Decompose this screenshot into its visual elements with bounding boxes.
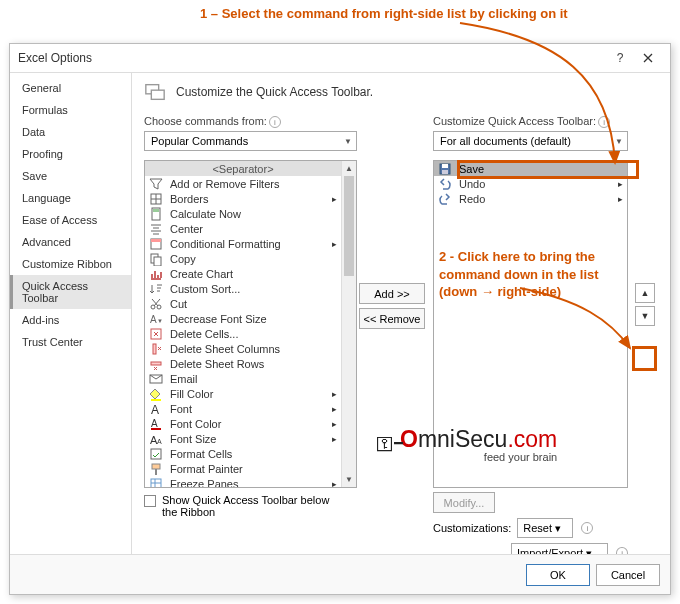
list-item[interactable]: Calculate Now <box>145 206 341 221</box>
list-item[interactable]: Center <box>145 221 341 236</box>
del-cols-icon <box>148 342 164 356</box>
save-icon <box>437 162 453 176</box>
list-item-label: Add or Remove Filters <box>170 178 338 190</box>
list-item-label: Copy <box>170 253 338 265</box>
list-item[interactable]: Add or Remove Filters <box>145 176 341 191</box>
list-item[interactable]: Fill Color▸ <box>145 386 341 401</box>
list-item[interactable]: Delete Sheet Rows <box>145 356 341 371</box>
modify-button[interactable]: Modify... <box>433 492 495 513</box>
submenu-indicator: ▸ <box>616 194 624 204</box>
sidebar-item-data[interactable]: Data <box>10 121 131 143</box>
list-item[interactable]: AFont Color▸ <box>145 416 341 431</box>
sidebar-item-trust-center[interactable]: Trust Center <box>10 331 131 353</box>
svg-rect-25 <box>155 469 157 475</box>
list-item-label: Delete Cells... <box>170 328 338 340</box>
move-down-button[interactable]: ▼ <box>635 306 655 326</box>
list-item-label: Custom Sort... <box>170 283 338 295</box>
chart-icon <box>148 267 164 281</box>
sort-icon <box>148 282 164 296</box>
list-item-label: Decrease Font Size <box>170 313 338 325</box>
sidebar-item-ease-of-access[interactable]: Ease of Access <box>10 209 131 231</box>
list-item[interactable]: A▼Decrease Font Size <box>145 311 341 326</box>
list-item[interactable]: AAFont Size▸ <box>145 431 341 446</box>
list-item[interactable]: Borders▸ <box>145 191 341 206</box>
list-item[interactable]: Cut <box>145 296 341 311</box>
svg-rect-6 <box>151 239 161 242</box>
reset-button[interactable]: Reset ▾ <box>517 518 573 538</box>
commands-dropdown-value: Popular Commands <box>151 135 248 147</box>
list-item[interactable]: Format Cells <box>145 446 341 461</box>
show-below-ribbon-checkbox[interactable] <box>144 495 156 507</box>
list-item[interactable]: Delete Sheet Columns <box>145 341 341 356</box>
list-item-label: Format Cells <box>170 448 338 460</box>
list-item[interactable]: Delete Cells... <box>145 326 341 341</box>
show-below-ribbon-label: Show Quick Access Toolbar below the Ribb… <box>162 494 342 518</box>
annotation-2: 2 - Click here to bring the command down… <box>439 248 639 301</box>
submenu-indicator: ▸ <box>330 194 338 204</box>
filter-icon <box>148 177 164 191</box>
list-item[interactable]: Freeze Panes▸ <box>145 476 341 487</box>
svg-rect-23 <box>151 449 161 459</box>
qat-item[interactable]: Redo▸ <box>434 191 627 206</box>
qat-scope-dropdown[interactable]: For all documents (default) ▼ <box>433 131 628 151</box>
submenu-indicator: ▸ <box>616 179 624 189</box>
chevron-down-icon: ▼ <box>344 137 352 146</box>
sidebar-item-add-ins[interactable]: Add-ins <box>10 309 131 331</box>
scrollbar[interactable]: ▲ ▼ <box>341 161 356 487</box>
titlebar: Excel Options ? <box>10 44 670 72</box>
email-icon <box>148 372 164 386</box>
fill-icon <box>148 387 164 401</box>
sidebar-item-save[interactable]: Save <box>10 165 131 187</box>
list-item[interactable]: Conditional Formatting▸ <box>145 236 341 251</box>
list-item-label: Conditional Formatting <box>170 238 324 250</box>
scroll-down-button[interactable]: ▼ <box>342 472 356 487</box>
list-item[interactable]: Email <box>145 371 341 386</box>
sidebar-item-language[interactable]: Language <box>10 187 131 209</box>
scroll-up-button[interactable]: ▲ <box>342 161 356 176</box>
dialog-title: Excel Options <box>18 51 606 65</box>
sidebar-item-general[interactable]: General <box>10 77 131 99</box>
list-item[interactable]: <Separator> <box>145 161 341 176</box>
commands-listbox[interactable]: <Separator>Add or Remove FiltersBorders▸… <box>144 160 357 488</box>
list-item[interactable]: Custom Sort... <box>145 281 341 296</box>
qat-listbox[interactable]: SaveUndo▸Redo▸ <box>433 160 628 488</box>
list-item[interactable]: AFont▸ <box>145 401 341 416</box>
undo-icon <box>437 177 453 191</box>
close-button[interactable] <box>634 48 662 68</box>
sidebar-item-advanced[interactable]: Advanced <box>10 231 131 253</box>
svg-rect-8 <box>154 257 161 266</box>
qat-item-label: Undo <box>459 178 610 190</box>
svg-rect-15 <box>151 362 161 365</box>
list-item-label: Borders <box>170 193 324 205</box>
add-button[interactable]: Add >> <box>359 283 425 304</box>
remove-button[interactable]: << Remove <box>359 308 425 329</box>
list-item[interactable]: Create Chart <box>145 266 341 281</box>
list-item[interactable]: Format Painter <box>145 461 341 476</box>
list-item[interactable]: Copy <box>145 251 341 266</box>
submenu-indicator: ▸ <box>330 479 338 488</box>
help-button[interactable]: ? <box>606 48 634 68</box>
cancel-button[interactable]: Cancel <box>596 564 660 586</box>
sidebar-item-formulas[interactable]: Formulas <box>10 99 131 121</box>
scroll-thumb[interactable] <box>344 176 354 276</box>
list-item-label: Cut <box>170 298 338 310</box>
sidebar-item-proofing[interactable]: Proofing <box>10 143 131 165</box>
ok-button[interactable]: OK <box>526 564 590 586</box>
chevron-down-icon: ▼ <box>615 137 623 146</box>
main-header-title: Customize the Quick Access Toolbar. <box>176 85 373 99</box>
panels-row: Choose commands from:i Popular Commands … <box>144 115 658 554</box>
submenu-indicator: ▸ <box>330 419 338 429</box>
commands-dropdown[interactable]: Popular Commands ▼ <box>144 131 357 151</box>
qat-item[interactable]: Save <box>434 161 627 176</box>
sidebar-item-quick-access-toolbar[interactable]: Quick Access Toolbar <box>10 275 131 309</box>
list-item-label: Format Painter <box>170 463 338 475</box>
scroll-track[interactable] <box>342 176 356 472</box>
font-icon: A <box>148 402 164 416</box>
close-icon <box>643 53 653 63</box>
import-export-button[interactable]: Import/Export ▾ <box>511 543 608 554</box>
excel-options-dialog: Excel Options ? GeneralFormulasDataProof… <box>9 43 671 595</box>
sidebar-item-customize-ribbon[interactable]: Customize Ribbon <box>10 253 131 275</box>
list-item-label: Email <box>170 373 338 385</box>
svg-rect-24 <box>152 464 160 469</box>
qat-item[interactable]: Undo▸ <box>434 176 627 191</box>
